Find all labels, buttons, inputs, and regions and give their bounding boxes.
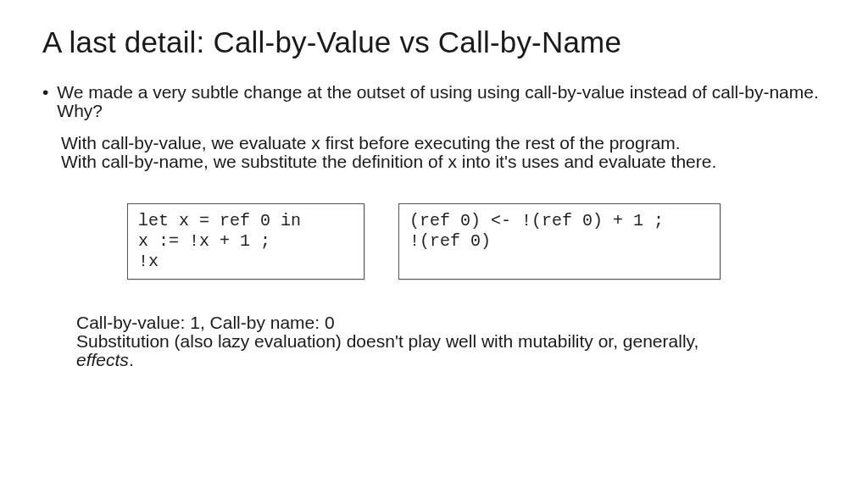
bullet-continuation: With call-by-value, we evaluate x first … <box>61 134 826 171</box>
note-effects: effects <box>76 350 129 369</box>
code-block-right: (ref 0) <- !(ref 0) + 1 ; !(ref 0) <box>398 203 721 280</box>
bullet-marker: • <box>42 83 48 102</box>
code-row: let x = ref 0 in x := !x + 1 ; !x (ref 0… <box>127 203 826 280</box>
slide-root: A last detail: Call-by-Value vs Call-by-… <box>0 0 868 488</box>
bullet-text: We made a very subtle change at the outs… <box>57 83 826 120</box>
note-line-2-pre: Substitution (also lazy evaluation) does… <box>76 331 698 351</box>
note-line-2-post: . <box>129 350 134 369</box>
continuation-line-2: With call-by-name, we substitute the def… <box>61 152 716 171</box>
code-block-left: let x = ref 0 in x := !x + 1 ; !x <box>127 203 364 280</box>
note-line-1: Call-by-value: 1, Call-by name: 0 <box>76 313 335 332</box>
continuation-line-1: With call-by-value, we evaluate x first … <box>61 133 681 152</box>
slide-title: A last detail: Call-by-Value vs Call-by-… <box>42 25 826 59</box>
footnote: Call-by-value: 1, Call-by name: 0 Substi… <box>76 313 822 369</box>
bullet-item: • We made a very subtle change at the ou… <box>42 83 826 120</box>
